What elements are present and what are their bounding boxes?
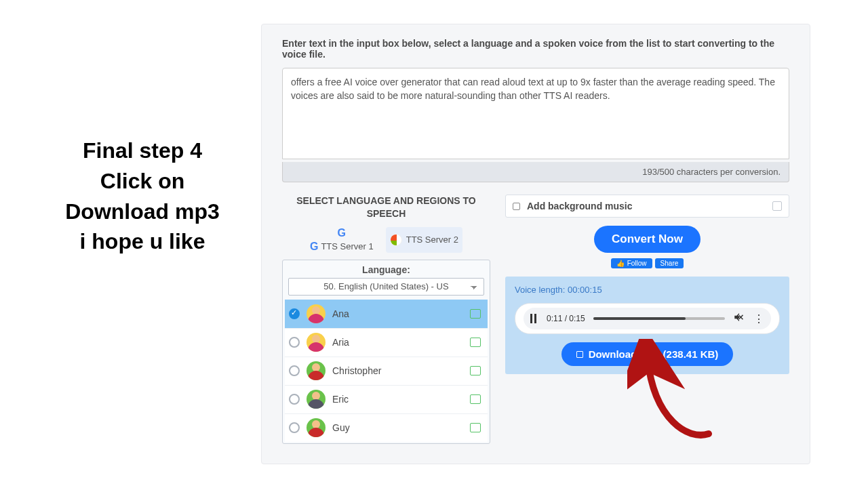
- server-tab-row: G G TTS Server 1 TTS Server 2: [282, 227, 490, 253]
- voice-row-guy[interactable]: Guy: [285, 413, 488, 442]
- language-select[interactable]: 50. English (United States) - US: [288, 278, 484, 296]
- pause-icon[interactable]: [530, 314, 538, 323]
- avatar-icon: [307, 361, 326, 380]
- tts-panel: Enter text in the input box below, selec…: [261, 24, 810, 464]
- voice-quality-badge: [470, 423, 481, 432]
- voice-row-aria[interactable]: Aria: [285, 328, 488, 357]
- social-row: 👍 Follow Share: [611, 258, 684, 268]
- bg-music-label: Add background music: [527, 201, 766, 211]
- server2-label: TTS Server 2: [406, 235, 458, 245]
- caption-line-2: Click on: [24, 166, 261, 197]
- mute-icon[interactable]: [733, 311, 745, 326]
- voice-radio[interactable]: [289, 337, 300, 348]
- voice-length-label: Voice length: 00:00:15: [515, 285, 602, 295]
- voice-quality-badge: [470, 366, 481, 375]
- avatar-icon: [307, 333, 326, 352]
- voice-name-label: Aria: [332, 337, 463, 348]
- voice-radio[interactable]: [289, 365, 300, 376]
- voice-selector-box: Language: 50. English (United States) - …: [282, 260, 490, 444]
- avatar-icon: [307, 390, 326, 409]
- download-label: Download Mp3 (238.41 KB): [589, 348, 719, 360]
- audio-player[interactable]: 0:11 / 0:15 ⋮: [515, 303, 780, 334]
- language-section-title: SELECT LANGUAGE AND REGIONS TO SPEECH: [282, 195, 490, 220]
- voice-name-label: Christopher: [332, 365, 463, 376]
- voice-radio[interactable]: [289, 308, 300, 319]
- voice-name-label: Eric: [332, 394, 463, 405]
- convert-column: Add background music Convert Now 👍 Follo…: [505, 195, 789, 444]
- bg-music-extra-icon[interactable]: [772, 201, 782, 211]
- voice-row-christopher[interactable]: Christopher: [285, 357, 488, 385]
- voice-quality-badge: [470, 309, 481, 319]
- caption-line-4: i hope u like: [24, 226, 261, 257]
- more-icon[interactable]: ⋮: [753, 312, 764, 325]
- language-title-l1: SELECT LANGUAGE AND REGIONS TO: [296, 195, 475, 206]
- avatar-icon: [307, 418, 326, 437]
- background-music-row[interactable]: Add background music: [505, 195, 789, 218]
- microsoft-icon: [390, 234, 402, 246]
- result-box: Voice length: 00:00:15 0:11 / 0:15 ⋮: [505, 277, 789, 374]
- convert-now-button[interactable]: Convert Now: [594, 226, 701, 253]
- download-mp3-button[interactable]: Download Mp3 (238.41 KB): [561, 342, 734, 366]
- voice-row-ana[interactable]: Ana: [285, 300, 488, 328]
- voice-list[interactable]: AnaAriaChristopherEricGuy: [283, 300, 490, 443]
- language-dropdown-label: Language:: [283, 260, 490, 278]
- voice-row-eric[interactable]: Eric: [285, 385, 488, 413]
- text-input[interactable]: offers a free AI voice over generator th…: [282, 68, 789, 159]
- voice-radio[interactable]: [289, 394, 300, 405]
- seek-bar[interactable]: [593, 317, 725, 320]
- voice-name-label: Guy: [332, 422, 463, 433]
- instruction-text: Enter text in the input box below, selec…: [282, 38, 789, 60]
- google-icon: G: [338, 227, 346, 239]
- language-title-l2: SPEECH: [367, 208, 406, 219]
- lower-columns: SELECT LANGUAGE AND REGIONS TO SPEECH G …: [282, 195, 789, 444]
- tts-server-2-tab[interactable]: TTS Server 2: [386, 227, 462, 253]
- follow-button[interactable]: 👍 Follow: [611, 258, 652, 268]
- char-counter: 193/500 characters per conversion.: [282, 162, 789, 182]
- avatar-icon: [307, 304, 326, 323]
- caption-line-3: Download mp3: [24, 197, 261, 227]
- tutorial-caption: Final step 4 Click on Download mp3 i hop…: [24, 136, 261, 257]
- share-button[interactable]: Share: [655, 258, 684, 268]
- tts-server-1-tab[interactable]: TTS Server 1: [321, 241, 373, 251]
- bg-music-checkbox[interactable]: [513, 203, 520, 210]
- voice-quality-badge: [470, 338, 481, 347]
- caption-line-1: Final step 4: [24, 136, 261, 166]
- language-column: SELECT LANGUAGE AND REGIONS TO SPEECH G …: [282, 195, 490, 444]
- google-icon-small: G: [310, 241, 318, 253]
- voice-quality-badge: [470, 394, 481, 404]
- convert-wrap: Convert Now 👍 Follow Share: [505, 226, 789, 268]
- player-time: 0:11 / 0:15: [547, 314, 585, 323]
- voice-name-label: Ana: [332, 308, 463, 319]
- voice-radio[interactable]: [289, 422, 300, 433]
- download-icon: [576, 351, 583, 358]
